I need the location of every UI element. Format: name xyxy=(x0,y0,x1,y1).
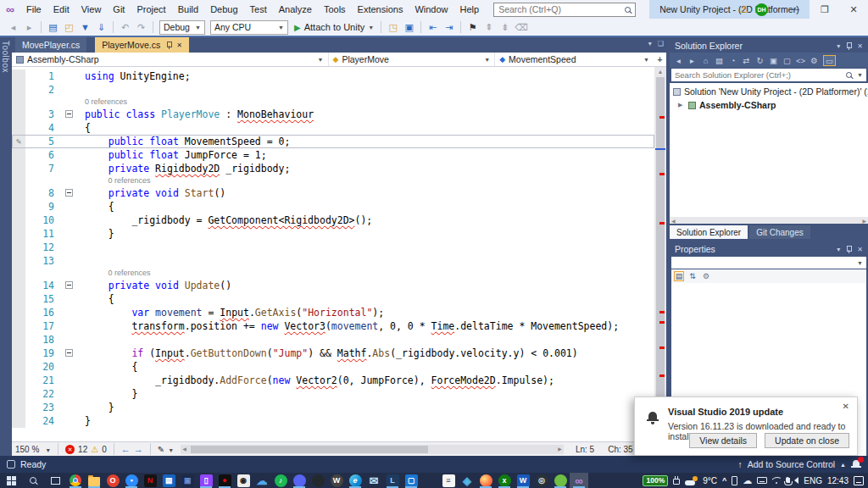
taskbar-app-file-explorer[interactable] xyxy=(85,473,103,488)
window-list-icon[interactable]: ❏ xyxy=(658,40,664,47)
toolbox-tab[interactable]: Toolbox xyxy=(1,41,10,73)
menu-item-extensions[interactable]: Extensions xyxy=(352,0,409,19)
taskbar-app-mail[interactable]: ✉ xyxy=(364,473,383,488)
code-line-4[interactable]: 4{ xyxy=(12,121,654,135)
start-button[interactable] xyxy=(0,473,22,488)
breakpoint-margin[interactable] xyxy=(12,401,25,414)
close-icon[interactable]: ✕ xyxy=(843,402,849,411)
member-dropdown[interactable]: ◆ MovementSpeed ▼ xyxy=(495,53,654,66)
solution-node[interactable]: Solution 'New Unity Project - (2D Platfo… xyxy=(670,85,868,98)
codelens-row[interactable]: 0 references xyxy=(12,97,654,108)
breakpoint-margin[interactable] xyxy=(12,387,25,401)
code-line-24[interactable]: 24} xyxy=(12,414,654,428)
code-line-3[interactable]: 3public class PlayerMove : MonoBehaviour xyxy=(12,108,654,121)
taskbar-app-visual-studio[interactable]: ∞ xyxy=(570,473,588,488)
code-line-6[interactable]: 6 public float JumpForce = 1; xyxy=(12,148,654,162)
tool-tab-solution-explorer[interactable]: Solution Explorer xyxy=(670,225,748,239)
edit-pencil-icon[interactable]: ✎ xyxy=(12,135,25,148)
tree-horizontal-scrollbar[interactable]: ◀▶ xyxy=(670,217,868,224)
breakpoint-margin[interactable] xyxy=(12,241,25,254)
breakpoint-margin[interactable] xyxy=(12,279,25,292)
quick-search-box[interactable] xyxy=(493,3,636,17)
forward-icon[interactable]: ▸ xyxy=(687,56,697,65)
menu-item-edit[interactable]: Edit xyxy=(47,0,75,19)
breakpoint-margin[interactable] xyxy=(12,175,25,186)
menu-item-project[interactable]: Project xyxy=(131,0,171,19)
breakpoint-margin[interactable] xyxy=(12,83,25,97)
new-file-icon[interactable]: ▤ xyxy=(47,19,59,35)
breakpoint-margin[interactable] xyxy=(12,121,25,135)
redo-icon[interactable]: ↷ xyxy=(135,19,147,35)
weather-icon[interactable] xyxy=(685,476,698,485)
codelens-references[interactable]: 0 references xyxy=(100,175,151,186)
solution-explorer-header[interactable]: Solution Explorer ▾ ✕ xyxy=(670,39,868,53)
breakpoint-margin[interactable] xyxy=(12,414,25,428)
code-line-1[interactable]: 1using UnityEngine; xyxy=(12,69,654,83)
taskbar-app-light-app[interactable]: ◉ xyxy=(234,473,253,488)
code-cleanup-icon[interactable]: ✎▼ xyxy=(158,445,174,454)
tool-tab-git-changes[interactable]: Git Changes xyxy=(749,225,810,239)
sync-with-active-document-icon[interactable]: ⇄ xyxy=(742,56,751,65)
codelens-references[interactable]: 0 references xyxy=(100,268,151,279)
code-line-8[interactable]: 8 private void Start() xyxy=(12,186,654,200)
taskbar-app-spotify[interactable]: ♪ xyxy=(271,473,290,488)
taskbar-app-emulator-app[interactable] xyxy=(551,473,570,488)
taskbar-app-chrome[interactable] xyxy=(66,473,85,488)
wifi-icon[interactable] xyxy=(772,477,781,484)
breakpoint-margin[interactable] xyxy=(12,214,25,227)
preview-selected-items-icon[interactable]: ▭ xyxy=(823,55,836,66)
taskbar-app-notes-app[interactable]: ▤ xyxy=(159,473,178,488)
expand-arrow-icon[interactable]: ▶ xyxy=(678,102,685,108)
undo-icon[interactable]: ↶ xyxy=(119,19,131,35)
properties-icon[interactable]: ⚙ xyxy=(810,56,819,65)
action-center-icon[interactable] xyxy=(854,476,864,485)
type-dropdown[interactable]: ◆ PlayerMove ▼ xyxy=(329,53,496,66)
hidden-icons-chevron[interactable]: ^ xyxy=(722,476,726,485)
taskbar-app-onedrive[interactable]: ☁ xyxy=(253,473,271,488)
code-line-10[interactable]: 10 _rigidbody = GetComponent<Rigidbody2D… xyxy=(12,214,654,227)
breakpoint-margin[interactable] xyxy=(12,292,25,306)
code-line-20[interactable]: 20 { xyxy=(12,360,654,374)
quick-search-input[interactable] xyxy=(498,4,617,14)
taskbar-app-dark-app[interactable]: ▣ xyxy=(178,473,197,488)
taskbar-app-opera[interactable]: O xyxy=(103,473,122,488)
menu-item-help[interactable]: Help xyxy=(454,0,486,19)
update-on-close-button[interactable]: Update on close xyxy=(765,433,849,448)
taskbar-app-netflix[interactable]: N xyxy=(141,473,159,488)
codelens-references[interactable]: 0 references xyxy=(76,97,127,108)
task-view-button[interactable] xyxy=(44,473,66,488)
pin-icon[interactable] xyxy=(846,246,851,253)
taskbar-app-video-app[interactable]: ● xyxy=(215,473,234,488)
breakpoint-margin[interactable] xyxy=(12,227,25,241)
taskbar-app-twitch[interactable]: ▯ xyxy=(197,473,215,488)
error-icon[interactable]: ✕ xyxy=(65,445,75,454)
error-count[interactable]: 12 xyxy=(78,445,87,454)
menu-item-analyze[interactable]: Analyze xyxy=(273,0,318,19)
project-dropdown[interactable]: Assembly-CSharp ▼ xyxy=(12,53,329,66)
code-line-5[interactable]: ✎5 public float MovementSpeed = 0; xyxy=(12,135,654,148)
switch-views-icon[interactable]: ▤ xyxy=(715,56,724,65)
codelens-row[interactable]: 0 references xyxy=(12,268,654,279)
property-pages-icon[interactable]: ⚙ xyxy=(701,272,711,280)
tab-moveplayer.cs[interactable]: MovePlayer.cs xyxy=(15,37,86,53)
code-line-14[interactable]: 14 private void Update() xyxy=(12,279,654,292)
close-icon[interactable]: ✕ xyxy=(857,42,863,50)
clear-bookmarks-icon[interactable]: ⌫ xyxy=(515,19,528,35)
code-line-9[interactable]: 9 { xyxy=(12,200,654,214)
navigate-back-icon[interactable]: ◂ xyxy=(7,19,19,35)
code-line-21[interactable]: 21 _rigidbody.AddForce(new Vector2(0, Ju… xyxy=(12,374,654,387)
breakpoint-margin[interactable] xyxy=(12,200,25,214)
background-tasks-icon[interactable] xyxy=(7,460,15,469)
clock[interactable]: 12:43 xyxy=(827,476,849,485)
pin-icon[interactable] xyxy=(846,42,851,50)
code-line-22[interactable]: 22 } xyxy=(12,387,654,401)
temperature[interactable]: 9°C xyxy=(703,476,717,485)
code-line-17[interactable]: 17 transform.position += new Vector3(mov… xyxy=(12,319,654,333)
keyboard-icon[interactable] xyxy=(757,477,767,484)
phone-link-icon[interactable] xyxy=(732,476,737,485)
taskbar-app-zoom[interactable]: ▪ xyxy=(122,473,141,488)
collapse-all-icon[interactable]: ▢ xyxy=(782,56,792,65)
menu-item-tools[interactable]: Tools xyxy=(318,0,352,19)
breakpoint-margin[interactable] xyxy=(12,69,25,83)
fold-collapse-icon[interactable] xyxy=(65,110,73,118)
